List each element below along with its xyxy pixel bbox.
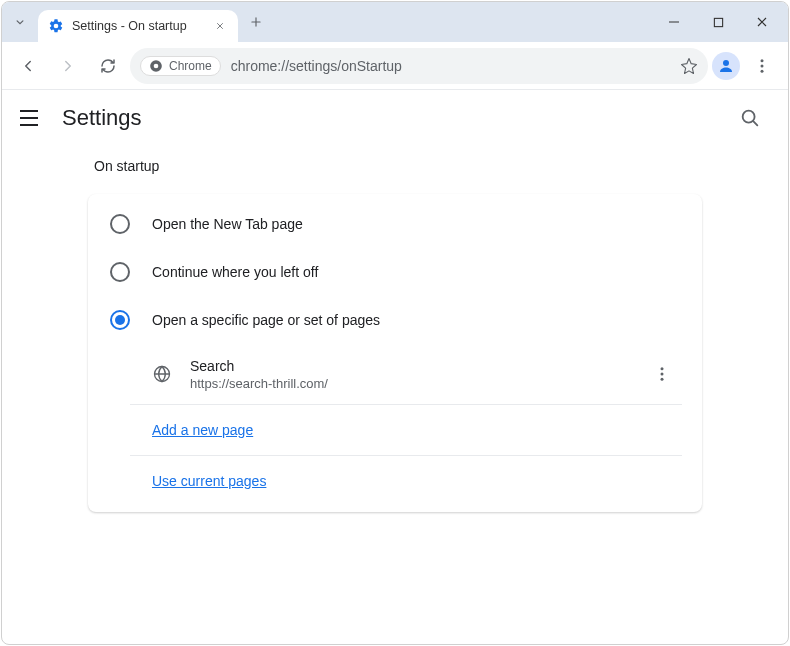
settings-content: On startup Open the New Tab page Continu… [2, 146, 788, 644]
site-chip[interactable]: Chrome [140, 56, 221, 76]
radio-icon [110, 214, 130, 234]
startup-page-name: Search [190, 358, 328, 374]
add-new-page-link[interactable]: Add a new page [152, 422, 253, 438]
section-title: On startup [88, 158, 702, 174]
radio-option-new-tab[interactable]: Open the New Tab page [88, 200, 702, 248]
tab-title: Settings - On startup [72, 19, 187, 33]
back-button[interactable] [10, 48, 46, 84]
browser-toolbar: Chrome chrome://settings/onStartup [2, 42, 788, 90]
use-current-pages-link[interactable]: Use current pages [152, 473, 266, 489]
star-icon [680, 57, 698, 75]
close-icon [756, 16, 768, 28]
search-icon [739, 107, 761, 129]
omnibox-url: chrome://settings/onStartup [231, 58, 402, 74]
svg-point-2 [154, 63, 159, 68]
radio-icon-selected [110, 310, 130, 330]
bookmark-button[interactable] [680, 57, 698, 75]
svg-point-9 [661, 367, 664, 370]
reload-icon [99, 57, 117, 75]
browser-tab[interactable]: Settings - On startup [38, 10, 238, 42]
svg-point-11 [661, 378, 664, 381]
use-current-pages-row: Use current pages [130, 456, 682, 506]
arrow-right-icon [59, 57, 77, 75]
on-startup-card: Open the New Tab page Continue where you… [88, 194, 702, 512]
new-tab-button[interactable] [242, 8, 270, 36]
forward-button[interactable] [50, 48, 86, 84]
globe-icon [152, 364, 172, 384]
chevron-down-icon [13, 15, 27, 29]
close-icon [215, 21, 225, 31]
radio-option-continue[interactable]: Continue where you left off [88, 248, 702, 296]
chip-label: Chrome [169, 59, 212, 73]
tablist-dropdown[interactable] [6, 8, 34, 36]
svg-point-3 [723, 60, 729, 66]
radio-icon [110, 262, 130, 282]
svg-rect-0 [714, 18, 722, 26]
close-window-button[interactable] [740, 6, 784, 38]
menu-button[interactable] [20, 106, 44, 130]
browser-menu-button[interactable] [744, 48, 780, 84]
reload-button[interactable] [90, 48, 126, 84]
omnibox[interactable]: Chrome chrome://settings/onStartup [130, 48, 708, 84]
svg-point-4 [761, 59, 764, 62]
svg-point-10 [661, 373, 664, 376]
page-more-button[interactable] [644, 356, 680, 392]
minimize-button[interactable] [652, 6, 696, 38]
plus-icon [249, 15, 263, 29]
svg-point-5 [761, 64, 764, 67]
search-settings-button[interactable] [730, 98, 770, 138]
minimize-icon [668, 16, 680, 28]
radio-label: Open the New Tab page [152, 216, 303, 232]
gear-icon [48, 18, 64, 34]
person-icon [717, 57, 735, 75]
startup-page-url: https://search-thrill.com/ [190, 376, 328, 391]
kebab-icon [653, 365, 671, 383]
startup-page-row: Search https://search-thrill.com/ [130, 344, 682, 405]
svg-point-6 [761, 69, 764, 72]
chrome-icon [149, 59, 163, 73]
radio-option-specific-pages[interactable]: Open a specific page or set of pages [88, 296, 702, 344]
profile-button[interactable] [712, 52, 740, 80]
maximize-icon [713, 17, 724, 28]
add-new-page-row: Add a new page [130, 405, 682, 456]
close-tab-button[interactable] [212, 18, 228, 34]
hamburger-icon [20, 110, 38, 112]
titlebar: Settings - On startup [2, 2, 788, 42]
page-title: Settings [62, 105, 142, 131]
settings-header: Settings [2, 90, 788, 146]
radio-label: Continue where you left off [152, 264, 318, 280]
arrow-left-icon [19, 57, 37, 75]
radio-label: Open a specific page or set of pages [152, 312, 380, 328]
maximize-button[interactable] [696, 6, 740, 38]
kebab-icon [753, 57, 771, 75]
